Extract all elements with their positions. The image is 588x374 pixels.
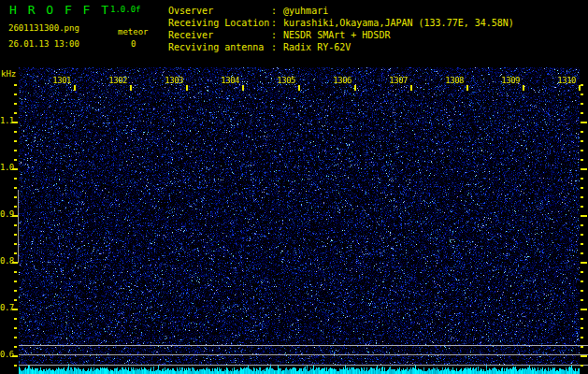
freq-minor-tick — [14, 280, 17, 282]
freq-minor-tick-right — [581, 159, 583, 161]
freq-minor-tick — [14, 224, 17, 226]
freq-minor-tick-right — [581, 84, 583, 86]
info-value: kurashiki,Okayama,JAPAN (133.77E, 34.58N… — [277, 18, 514, 28]
time-tick-label: 1307 — [383, 76, 408, 85]
freq-minor-tick — [14, 327, 17, 329]
time-tick — [354, 85, 356, 91]
info-value: Radix RY-62V — [277, 42, 351, 52]
freq-minor-tick — [14, 196, 17, 198]
info-label: Recviving antenna — [168, 41, 271, 53]
time-tick — [466, 85, 468, 91]
freq-minor-tick — [14, 140, 17, 142]
freq-major-tick — [12, 168, 18, 170]
freq-minor-tick — [14, 299, 17, 301]
left-edge-marker-line — [18, 190, 19, 263]
info-label: Receiver — [168, 29, 271, 41]
info-value: @yuhmari — [277, 6, 328, 16]
time-tick-label: 1305 — [271, 76, 295, 85]
freq-major-tick-right — [581, 215, 587, 217]
freq-minor-tick — [14, 150, 17, 151]
freq-minor-tick-right — [581, 365, 583, 367]
freq-axis-unit-label: kHz — [1, 69, 16, 79]
freq-minor-tick-right — [581, 252, 583, 254]
reference-line-middle — [19, 354, 588, 355]
freq-major-tick — [12, 122, 18, 123]
time-tick-label: 1308 — [439, 76, 464, 85]
freq-minor-tick — [14, 290, 17, 292]
info-label: Receiving Location — [168, 17, 271, 29]
freq-minor-tick — [14, 346, 17, 348]
freq-tick-label: 0.7 — [0, 303, 12, 312]
freq-tick-label: 1.1 — [0, 116, 12, 125]
freq-minor-tick — [14, 178, 17, 180]
freq-minor-tick-right — [581, 150, 583, 151]
time-tick — [410, 85, 412, 91]
info-row-location: Receiving Location:kurashiki,Okayama,JAP… — [168, 17, 514, 29]
time-tick-label: 1301 — [47, 76, 71, 85]
freq-minor-tick-right — [581, 243, 583, 245]
time-tick — [74, 85, 76, 91]
info-row-antenna: Recviving antenna:Radix RY-62V — [168, 41, 514, 53]
info-value: NESDR SMArt + HDSDR — [277, 30, 390, 40]
time-tick — [242, 85, 244, 91]
freq-tick-label: 0.9 — [0, 209, 12, 219]
freq-minor-tick-right — [581, 346, 583, 348]
freq-minor-tick-right — [581, 280, 583, 282]
freq-major-tick — [12, 309, 18, 310]
freq-minor-tick — [14, 271, 17, 273]
freq-minor-tick-right — [581, 140, 583, 142]
freq-major-tick-right — [581, 262, 587, 264]
freq-tick-label: 0.8 — [0, 256, 12, 266]
time-tick — [298, 85, 300, 91]
time-tick-label: 1306 — [327, 76, 351, 85]
spectrogram-canvas — [19, 65, 580, 374]
freq-major-tick-right — [581, 355, 587, 357]
freq-minor-tick — [14, 365, 17, 367]
freq-minor-tick-right — [581, 131, 583, 133]
reference-line-upper — [19, 345, 588, 346]
freq-minor-tick-right — [581, 187, 583, 189]
freq-major-tick — [12, 355, 18, 357]
freq-minor-tick-right — [581, 290, 583, 292]
freq-minor-tick — [14, 337, 17, 338]
freq-minor-tick — [14, 234, 17, 236]
time-tick-label: 1309 — [495, 76, 520, 85]
time-tick-label: 1310 — [552, 76, 576, 85]
freq-minor-tick-right — [581, 337, 583, 338]
output-filename: 2601131300.png — [8, 23, 79, 33]
time-tick — [130, 85, 132, 91]
freq-minor-tick-right — [581, 178, 583, 180]
freq-major-tick-right — [581, 309, 587, 310]
freq-minor-tick-right — [581, 318, 583, 320]
freq-minor-tick — [14, 318, 17, 320]
info-row-receiver: Receiver:NESDR SMArt + HDSDR — [168, 29, 514, 41]
app-title: H R O F F T — [9, 3, 110, 17]
freq-minor-tick — [14, 94, 17, 95]
freq-minor-tick — [14, 112, 17, 114]
freq-minor-tick-right — [581, 327, 583, 329]
freq-minor-tick-right — [581, 234, 583, 236]
freq-minor-tick-right — [581, 299, 583, 301]
freq-tick-label: 0.6 — [0, 350, 12, 359]
observation-datetime: 26.01.13 13:00 — [8, 39, 79, 49]
freq-minor-tick-right — [581, 271, 583, 273]
info-label: Ovserver — [168, 5, 271, 17]
mode-label: meteor — [118, 27, 149, 36]
time-tick-label: 1303 — [159, 76, 183, 85]
time-tick-label: 1304 — [215, 76, 239, 85]
freq-minor-tick — [14, 159, 17, 161]
freq-major-tick — [12, 215, 18, 217]
freq-minor-tick — [14, 103, 17, 105]
hrofft-screen: H R O F F T 1.0.0f 2601131300.png meteor… — [0, 0, 588, 374]
freq-minor-tick — [14, 243, 17, 245]
freq-minor-tick — [14, 206, 17, 208]
info-row-observer: Ovserver:@yuhmari — [168, 5, 514, 17]
freq-minor-tick — [14, 84, 17, 86]
freq-major-tick-right — [581, 122, 587, 123]
freq-minor-tick — [14, 252, 17, 254]
reference-line-lower — [19, 365, 588, 366]
time-tick — [523, 85, 524, 91]
freq-minor-tick — [14, 187, 17, 189]
freq-tick-label: 1.0 — [0, 163, 12, 172]
time-tick — [186, 85, 188, 91]
